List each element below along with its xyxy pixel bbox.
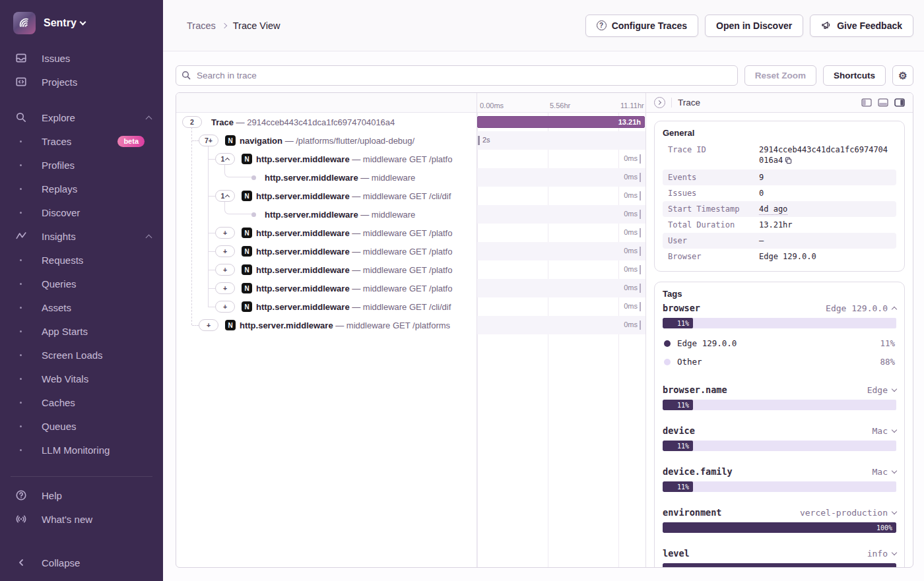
expand-pill[interactable]: 1 — [215, 153, 235, 165]
explore-icon — [15, 111, 28, 124]
timeline-row[interactable]: 0ms — [477, 205, 645, 224]
tag-value-dropdown[interactable]: Mac — [873, 426, 896, 436]
timeline-row[interactable]: 0ms — [477, 224, 645, 242]
give-feedback-button[interactable]: Give Feedback — [810, 15, 913, 37]
search-in-trace-input[interactable] — [176, 65, 738, 86]
sidebar-item-traces[interactable]: Tracesbeta — [0, 129, 163, 153]
expand-pill[interactable]: 1 — [215, 190, 235, 202]
timeline-row[interactable]: 0ms — [477, 316, 645, 334]
sidebar-item-screen-loads[interactable]: Screen Loads — [0, 343, 163, 367]
tag-distribution-bar[interactable]: 11% — [663, 400, 896, 410]
legend-dot-icon — [664, 340, 671, 347]
span-row[interactable]: 1Nhttp.server.middleware — middleware GE… — [176, 150, 477, 168]
trace-root-row[interactable]: 2Trace — 2914cceb443c41dca1fc6974704016a… — [176, 113, 477, 131]
timeline-row[interactable]: 2s — [477, 131, 645, 150]
expand-pill[interactable]: 2 — [182, 116, 202, 128]
sidebar-item-label: Requests — [42, 255, 83, 266]
tag-value-dropdown[interactable]: Mac — [873, 467, 896, 477]
span-row[interactable]: http.server.middleware — middleware — [176, 168, 477, 187]
sidebar-item-assets[interactable]: Assets — [0, 295, 163, 319]
sidebar-item-discover[interactable]: Discover — [0, 200, 163, 224]
sidebar-item-issues[interactable]: Issues — [0, 46, 163, 70]
chevron-down-icon — [892, 386, 897, 391]
org-switcher[interactable]: Sentry — [0, 0, 163, 38]
configure-traces-button[interactable]: ? Configure Traces — [585, 15, 698, 37]
timeline-row[interactable]: 0ms — [477, 150, 645, 168]
sidebar-item-what-s-new[interactable]: What's new — [0, 507, 163, 531]
sidebar-item-replays[interactable]: Replays — [0, 177, 163, 200]
question-circle-icon: ? — [597, 20, 607, 30]
settings-gear-button[interactable]: ⚙ — [892, 65, 913, 86]
timeline-row[interactable]: 13.21h — [477, 113, 645, 131]
span-row[interactable]: +Nhttp.server.middleware — middleware GE… — [176, 279, 477, 297]
timeline-row[interactable]: 0ms — [477, 260, 645, 279]
chevron-down-icon — [892, 427, 897, 432]
sentry-logo-icon — [13, 12, 36, 34]
reset-zoom-button[interactable]: Reset Zoom — [744, 65, 816, 86]
timeline-row[interactable]: 0ms — [477, 297, 645, 316]
sidebar-item-caches[interactable]: Caches — [0, 390, 163, 414]
sidebar-item-app-starts[interactable]: App Starts — [0, 319, 163, 343]
span-row[interactable]: +Nhttp.server.middleware — middleware GE… — [176, 224, 477, 242]
timeline-row[interactable]: 0ms — [477, 242, 645, 260]
expand-panel-icon[interactable] — [654, 97, 665, 108]
span-row[interactable]: +Nhttp.server.middleware — middleware GE… — [176, 297, 477, 316]
tag-distribution-bar[interactable]: 100% — [663, 522, 896, 533]
sidebar-item-llm-monitoring[interactable]: LLM Monitoring — [0, 438, 163, 462]
trace-duration-bar[interactable]: 13.21h — [477, 116, 645, 128]
tag-legend-row[interactable]: Other88% — [663, 354, 896, 369]
span-row[interactable]: +Nhttp.server.middleware — middleware GE… — [176, 242, 477, 260]
span-row[interactable]: http.server.middleware — middleware — [176, 205, 477, 224]
expand-pill[interactable]: + — [199, 319, 218, 331]
dock-left-icon[interactable] — [861, 98, 872, 107]
dock-right-icon[interactable] — [894, 98, 905, 107]
sidebar-item-web-vitals[interactable]: Web Vitals — [0, 367, 163, 390]
timeline-row[interactable]: 0ms — [477, 168, 645, 187]
tag-distribution-bar[interactable]: 11% — [663, 481, 896, 492]
expand-pill[interactable]: + — [215, 227, 235, 239]
breadcrumb-traces[interactable]: Traces — [187, 20, 216, 31]
tag-distribution-bar[interactable] — [663, 563, 896, 567]
tag-legend-row[interactable]: Edge 129.0.011% — [663, 336, 896, 351]
tag-value-dropdown[interactable]: Edge 129.0.0 — [826, 303, 896, 313]
sidebar-item-explore[interactable]: Explore — [0, 106, 163, 129]
timeline-row[interactable]: 0ms — [477, 279, 645, 297]
chevron-up-icon — [146, 234, 152, 241]
sidebar-item-requests[interactable]: Requests — [0, 248, 163, 272]
sidebar-item-insights[interactable]: Insights — [0, 224, 163, 248]
span-row[interactable]: +Nhttp.server.middleware — middleware GE… — [176, 316, 477, 334]
timeline-column[interactable]: 0.00ms5.56hr11.11hr 13.21h2s0ms0ms0ms0ms… — [477, 93, 645, 567]
timeline-row[interactable]: 0ms — [477, 187, 645, 205]
tag-distribution-bar[interactable]: 11% — [663, 441, 896, 451]
expand-pill[interactable]: + — [215, 264, 235, 276]
shortcuts-button[interactable]: Shortcuts — [823, 65, 886, 86]
sidebar-collapse[interactable]: Collapse — [0, 551, 163, 574]
sidebar-item-queries[interactable]: Queries — [0, 272, 163, 295]
expand-pill[interactable]: 7+ — [199, 135, 218, 146]
span-op: navigation — [240, 136, 282, 146]
tag-bar-fill: 100% — [663, 522, 896, 533]
dock-bottom-icon[interactable] — [878, 98, 888, 107]
copy-icon[interactable] — [785, 156, 792, 167]
span-row[interactable]: +Nhttp.server.middleware — middleware GE… — [176, 260, 477, 279]
sidebar-item-projects[interactable]: Projects — [0, 70, 163, 94]
span-row[interactable]: 7+Nnavigation — /platforms/flutter/uploa… — [176, 131, 477, 150]
open-in-discover-button[interactable]: Open in Discover — [705, 15, 803, 37]
expand-pill[interactable]: + — [215, 301, 235, 313]
sidebar-item-help[interactable]: Help — [0, 483, 163, 507]
expand-pill[interactable]: + — [215, 282, 235, 294]
bullet-icon — [20, 354, 22, 356]
general-row: User– — [663, 233, 896, 249]
span-description: — middleware GET /cli/dif — [350, 302, 451, 312]
projects-icon — [15, 75, 28, 88]
tag-distribution-bar[interactable]: 11% — [663, 318, 896, 328]
tag-value-dropdown[interactable]: info — [867, 549, 896, 559]
span-bar — [640, 302, 641, 311]
tag-value-dropdown[interactable]: vercel-production — [800, 508, 896, 518]
tag-value-dropdown[interactable]: Edge — [867, 385, 896, 395]
sidebar-item-queues[interactable]: Queues — [0, 414, 163, 438]
tags-card: Tags browserEdge 129.0.011%Edge 129.0.01… — [654, 282, 905, 567]
sidebar-item-profiles[interactable]: Profiles — [0, 153, 163, 177]
expand-pill[interactable]: + — [215, 245, 235, 257]
span-row[interactable]: 1Nhttp.server.middleware — middleware GE… — [176, 187, 477, 205]
